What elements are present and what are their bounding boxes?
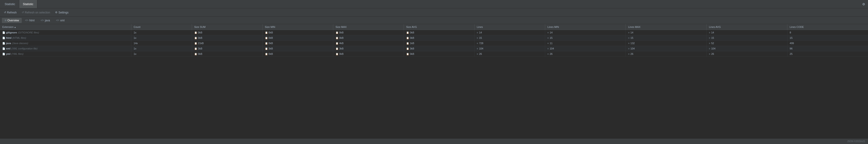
cell-ext: 📄html(HTML files)	[0, 35, 131, 41]
file-max-icon: 📋	[336, 53, 338, 55]
statistics-table: Extension Count Size SUM Size MIN Size M…	[0, 24, 868, 57]
table-row[interactable]: 📄gitignore(GITIGNORE files)1x📋0kB📋0kB📋0k…	[0, 30, 868, 35]
refresh-on-selection-label: Refresh on selection	[25, 11, 50, 14]
lines-avg-icon: ≡	[709, 31, 710, 34]
table-row[interactable]: 📄yml(YML files)1x📋0kB📋0kB📋0kB📋0kB≡26≡26≡…	[0, 51, 868, 57]
title-tab-1[interactable]: Statistic	[1, 0, 19, 8]
tab-html-label: html	[29, 19, 34, 22]
xml-icon: </>	[56, 19, 59, 22]
file-size-icon: 📋	[194, 47, 197, 50]
tab-java-label: java	[45, 19, 50, 22]
settings-button[interactable]: ⚙ Settings	[53, 10, 70, 15]
cell-ext: 📄gitignore(GITIGNORE files)	[0, 30, 131, 35]
col-header-lmin[interactable]: Lines MIN	[545, 24, 626, 30]
table-header-row: Extension Count Size SUM Size MIN Size M…	[0, 24, 868, 30]
lines-min-icon: ≡	[548, 37, 549, 39]
ext-desc: (Java classes)	[12, 42, 28, 45]
cell-lmax: ≡26	[626, 51, 707, 57]
col-header-smin[interactable]: Size MIN	[262, 24, 333, 30]
cell-savg: 📋1kB	[404, 41, 474, 46]
col-header-smax[interactable]: Size MAX	[333, 24, 404, 30]
cell-lines: ≡26	[474, 51, 545, 57]
cell-lcode: 8	[787, 30, 868, 35]
cell-lmin: ≡11	[545, 41, 626, 46]
col-header-savg[interactable]: Size AVG	[404, 24, 474, 30]
col-header-ssum[interactable]: Size SUM	[192, 24, 262, 30]
file-avg-icon: 📋	[406, 37, 409, 39]
cell-count: 1x	[131, 46, 192, 51]
overview-icon: ⊞	[5, 19, 6, 22]
col-header-lcode[interactable]: Lines CODE	[787, 24, 868, 30]
lines-max-icon: ≡	[628, 53, 629, 55]
refresh-button[interactable]: ↺ Refresh	[2, 10, 19, 15]
cell-smin: 📋3kB	[262, 46, 333, 51]
cell-lmax: ≡15	[626, 35, 707, 41]
title-bar: Statistic Statistic ⚙	[0, 0, 868, 8]
cell-lmax: ≡14	[626, 30, 707, 35]
cell-smax: 📋0kB	[333, 51, 404, 57]
tab-java[interactable]: </> java	[38, 18, 53, 23]
title-tab-1-label: Statistic	[5, 2, 15, 6]
tab-overview[interactable]: ⊞ Overview	[2, 18, 22, 23]
ext-name: html	[6, 37, 11, 39]
tab-overview-label: Overview	[7, 19, 19, 22]
lines-max-icon: ≡	[628, 31, 629, 34]
lines-avg-icon: ≡	[709, 53, 710, 55]
file-size-icon: 📋	[194, 37, 197, 39]
cell-lines: ≡15	[474, 35, 545, 41]
cell-lmin: ≡15	[545, 35, 626, 41]
file-size-icon: 📋	[194, 31, 197, 34]
lines-avg-icon: ≡	[709, 37, 710, 39]
gear-icon[interactable]: ⚙	[862, 2, 865, 6]
cell-lcode: 25	[787, 51, 868, 57]
cell-smax: 📋0kB	[333, 30, 404, 35]
lines-max-icon: ≡	[628, 47, 629, 50]
java-icon: </>	[40, 19, 44, 22]
cell-lines: ≡728	[474, 41, 545, 46]
tab-xml[interactable]: </> xml	[53, 18, 67, 23]
table-row[interactable]: 📄html(HTML files)1x📋0kB📋0kB📋0kB📋0kB≡15≡1…	[0, 35, 868, 41]
cell-lavg: ≡104	[707, 46, 787, 51]
title-tab-2[interactable]: Statistic	[19, 0, 37, 8]
file-avg-icon: 📋	[406, 47, 409, 50]
file-max-icon: 📋	[336, 37, 338, 39]
lines-max-icon: ≡	[628, 42, 629, 45]
table-row[interactable]: 📄xml(XML configuration file)1x📋3kB📋3kB📋3…	[0, 46, 868, 51]
cell-ext: 📄xml(XML configuration file)	[0, 46, 131, 51]
tab-html[interactable]: </> html	[22, 18, 37, 23]
file-avg-icon: 📋	[406, 53, 409, 55]
file-max-icon: 📋	[336, 31, 338, 34]
table-row[interactable]: 📄java(Java classes)14x📋21kB📋0kB📋4kB📋1kB≡…	[0, 41, 868, 46]
file-avg-icon: 📋	[406, 31, 409, 34]
lines-icon: ≡	[477, 37, 478, 39]
cell-smax: 📋3kB	[333, 46, 404, 51]
settings-icon: ⚙	[55, 11, 57, 14]
col-header-lavg[interactable]: Lines AVG	[707, 24, 787, 30]
cell-smax: 📋0kB	[333, 35, 404, 41]
file-max-icon: 📋	[336, 42, 338, 45]
cell-lavg: ≡52	[707, 41, 787, 46]
cell-lcode: 15	[787, 35, 868, 41]
settings-label: Settings	[58, 11, 68, 14]
cell-ssum: 📋3kB	[192, 46, 262, 51]
col-header-count[interactable]: Count	[131, 24, 192, 30]
file-icon: 📄	[2, 47, 5, 50]
cell-savg: 📋3kB	[404, 46, 474, 51]
file-min-icon: 📋	[265, 47, 268, 50]
html-icon: </>	[25, 19, 28, 22]
tab-xml-label: xml	[60, 19, 65, 22]
file-min-icon: 📋	[265, 37, 268, 39]
refresh-selection-icon: ↺	[22, 11, 24, 14]
col-header-ext[interactable]: Extension	[0, 24, 131, 30]
col-header-lmax[interactable]: Lines MAX	[626, 24, 707, 30]
cell-smin: 📋0kB	[262, 30, 333, 35]
lines-min-icon: ≡	[548, 47, 549, 50]
refresh-icon: ↺	[4, 11, 6, 14]
lines-max-icon: ≡	[628, 37, 629, 39]
col-header-lines[interactable]: Lines	[474, 24, 545, 30]
file-max-icon: 📋	[336, 47, 338, 50]
cell-smax: 📋4kB	[333, 41, 404, 46]
refresh-on-selection-button[interactable]: ↺ Refresh on selection	[20, 10, 52, 15]
ext-desc: (GITIGNORE files)	[18, 31, 39, 34]
cell-ext: 📄java(Java classes)	[0, 41, 131, 46]
